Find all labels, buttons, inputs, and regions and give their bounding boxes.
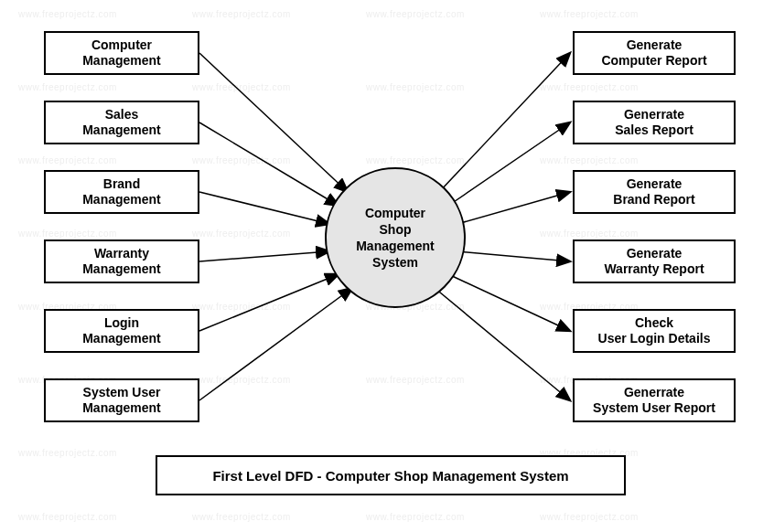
label-line: Shop bbox=[380, 221, 412, 238]
wm: www.freeprojectz.com bbox=[192, 229, 291, 239]
wm: www.freeprojectz.com bbox=[18, 155, 117, 165]
label-line: Management bbox=[356, 238, 435, 254]
svg-line-7 bbox=[448, 122, 570, 206]
wm: www.freeprojectz.com bbox=[18, 9, 117, 19]
wm: www.freeprojectz.com bbox=[540, 155, 639, 165]
wm: www.freeprojectz.com bbox=[192, 512, 291, 522]
label-line: Generate bbox=[627, 176, 683, 193]
label-line: Computer Report bbox=[601, 53, 706, 69]
label-line: Brand bbox=[103, 176, 140, 193]
label-line: System User Report bbox=[593, 400, 715, 417]
wm: www.freeprojectz.com bbox=[366, 375, 465, 385]
svg-line-0 bbox=[199, 53, 348, 192]
output-warranty-report: Generate Warranty Report bbox=[573, 239, 736, 283]
wm: www.freeprojectz.com bbox=[18, 512, 117, 522]
svg-line-5 bbox=[199, 288, 352, 400]
input-system-user-management: System User Management bbox=[44, 378, 199, 422]
output-brand-report: Generate Brand Report bbox=[573, 170, 736, 214]
label-line: Generate bbox=[627, 37, 683, 54]
label-line: Computer bbox=[91, 37, 152, 54]
label-line: Management bbox=[82, 192, 161, 208]
svg-line-3 bbox=[199, 251, 329, 261]
wm: www.freeprojectz.com bbox=[540, 512, 639, 522]
wm: www.freeprojectz.com bbox=[192, 155, 291, 165]
label-line: Generate bbox=[627, 246, 683, 262]
label-line: Generrate bbox=[624, 385, 684, 401]
label-line: Generrate bbox=[624, 107, 684, 123]
wm: www.freeprojectz.com bbox=[540, 82, 639, 92]
label-line: Management bbox=[82, 331, 161, 347]
input-warranty-management: Warranty Management bbox=[44, 239, 199, 283]
label-line: Sales bbox=[105, 107, 139, 123]
title-text: First Level DFD - Computer Shop Manageme… bbox=[212, 468, 568, 484]
wm: www.freeprojectz.com bbox=[366, 82, 465, 92]
svg-line-6 bbox=[439, 53, 570, 192]
wm: www.freeprojectz.com bbox=[18, 82, 117, 92]
output-system-user-report: Generrate System User Report bbox=[573, 378, 736, 422]
wm: www.freeprojectz.com bbox=[192, 375, 291, 385]
input-brand-management: Brand Management bbox=[44, 170, 199, 214]
label-line: Computer bbox=[365, 205, 425, 221]
wm: www.freeprojectz.com bbox=[192, 302, 291, 312]
input-sales-management: Sales Management bbox=[44, 101, 199, 144]
svg-line-9 bbox=[457, 251, 570, 261]
diagram-title: First Level DFD - Computer Shop Manageme… bbox=[156, 455, 626, 495]
label-line: Warranty bbox=[94, 246, 149, 262]
label-line: Brand Report bbox=[613, 192, 694, 208]
label-line: System bbox=[372, 254, 418, 271]
wm: www.freeprojectz.com bbox=[192, 82, 291, 92]
label-line: Management bbox=[82, 122, 161, 139]
wm: www.freeprojectz.com bbox=[18, 448, 117, 458]
label-line: Management bbox=[82, 400, 161, 417]
output-sales-report: Generrate Sales Report bbox=[573, 101, 736, 144]
svg-line-4 bbox=[199, 274, 339, 331]
label-line: Check bbox=[635, 315, 673, 332]
output-computer-report: Generate Computer Report bbox=[573, 31, 736, 75]
wm: www.freeprojectz.com bbox=[192, 9, 291, 19]
svg-line-1 bbox=[199, 122, 339, 206]
wm: www.freeprojectz.com bbox=[366, 512, 465, 522]
diagram-container: www.freeprojectz.com www.freeprojectz.co… bbox=[0, 0, 774, 532]
label-line: Management bbox=[82, 261, 161, 278]
svg-line-2 bbox=[199, 192, 329, 224]
process-central-system: Computer Shop Management System bbox=[325, 167, 466, 308]
wm: www.freeprojectz.com bbox=[366, 155, 465, 165]
label-line: Login bbox=[104, 315, 139, 332]
input-login-management: Login Management bbox=[44, 309, 199, 353]
svg-line-8 bbox=[457, 192, 570, 224]
label-line: Management bbox=[82, 53, 161, 69]
input-computer-management: Computer Management bbox=[44, 31, 199, 75]
label-line: Sales Report bbox=[615, 122, 693, 139]
output-login-details: Check User Login Details bbox=[573, 309, 736, 353]
label-line: System User bbox=[83, 385, 161, 401]
svg-line-10 bbox=[448, 274, 570, 331]
wm: www.freeprojectz.com bbox=[540, 9, 639, 19]
label-line: User Login Details bbox=[598, 331, 711, 347]
wm: www.freeprojectz.com bbox=[366, 9, 465, 19]
label-line: Warranty Report bbox=[604, 261, 704, 278]
wm: www.freeprojectz.com bbox=[18, 229, 117, 239]
svg-line-11 bbox=[435, 288, 570, 400]
wm: www.freeprojectz.com bbox=[540, 229, 639, 239]
